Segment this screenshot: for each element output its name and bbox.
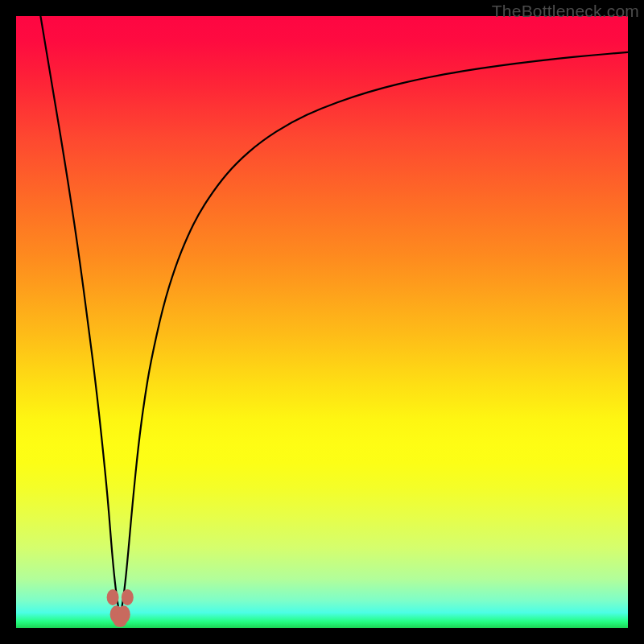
watermark-text: TheBottleneck.com	[492, 2, 639, 21]
curve-marker	[107, 589, 119, 605]
curve-marker	[118, 605, 130, 623]
chart-plot-area	[16, 16, 628, 628]
chart-frame: TheBottleneck.com	[0, 0, 644, 644]
bottleneck-curve	[40, 16, 628, 612]
chart-svg	[16, 16, 628, 628]
curve-marker	[122, 589, 134, 605]
curve-markers	[107, 589, 134, 627]
